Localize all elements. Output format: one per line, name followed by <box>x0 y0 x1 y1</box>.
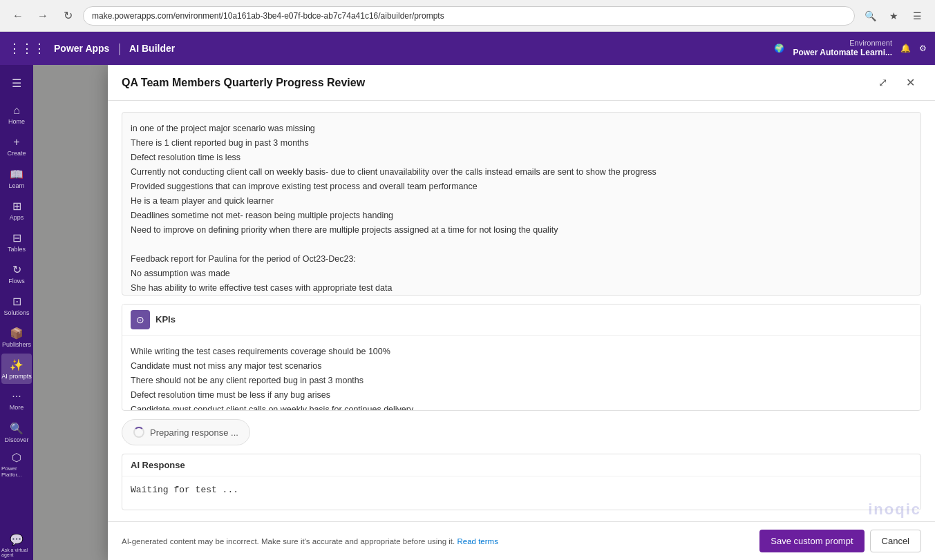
sidebar: ☰ ⌂ Home + Create 📖 Learn ⊞ Apps ⊟ Table… <box>0 65 33 560</box>
sidebar-item-label: Learn <box>8 182 24 189</box>
discover-icon: 🔍 <box>10 422 23 435</box>
modal-dialog: QA Team Members Quarterly Progress Revie… <box>108 65 935 560</box>
search-browser-button[interactable]: 🔍 <box>860 6 880 26</box>
ai-response-content: Waiting for test ... <box>122 476 920 510</box>
expand-button[interactable]: ⤢ <box>871 72 894 94</box>
kpis-label: KPIs <box>155 314 176 325</box>
settings-icon[interactable]: ⚙ <box>919 44 927 53</box>
sidebar-item-label: Home <box>8 118 25 125</box>
feedback-line: No assumption was made <box>131 267 912 280</box>
header-separator: | <box>117 41 121 56</box>
sidebar-item-label: Create <box>7 150 26 157</box>
feedback-line: in one of the project major scenario was… <box>131 122 912 135</box>
preparing-text: Preparing response ... <box>150 427 238 438</box>
kpis-line: While writing the test cases requirement… <box>131 345 912 358</box>
menu-icon: ☰ <box>12 77 21 90</box>
feedback-line: Currently not conducting client call on … <box>131 165 912 179</box>
refresh-button[interactable]: ↻ <box>58 6 77 26</box>
env-name: Power Automate Learni... <box>793 48 892 59</box>
ai-response-section: AI Response Waiting for test ... <box>122 454 921 510</box>
sidebar-item-label: Tables <box>8 246 26 253</box>
modal-header: QA Team Members Quarterly Progress Revie… <box>108 65 935 101</box>
publishers-icon: 📦 <box>10 327 23 340</box>
save-custom-prompt-button[interactable]: Save custom prompt <box>759 530 864 552</box>
product-name: AI Builder <box>129 43 175 54</box>
sidebar-item-more[interactable]: ··· More <box>1 385 32 416</box>
disclaimer-text: AI-generated content may be incorrect. M… <box>122 537 455 545</box>
sidebar-item-label: AI prompts <box>1 373 32 380</box>
sidebar-item-ai-prompts[interactable]: ✨ AI prompts <box>1 354 32 384</box>
back-button[interactable]: ← <box>8 6 28 26</box>
footer-disclaimer: AI-generated content may be incorrect. M… <box>122 537 759 545</box>
ai-prompts-icon: ✨ <box>10 358 23 371</box>
feedback-line: Need to improve on defining priority whe… <box>131 223 912 237</box>
sidebar-item-power-platform[interactable]: ⬡ Power Platfor... <box>1 449 32 479</box>
feedback-section: in one of the project major scenario was… <box>122 112 921 296</box>
solutions-icon: ⊡ <box>12 295 21 308</box>
more-icon: ··· <box>12 390 21 403</box>
sidebar-item-create[interactable]: + Create <box>1 131 32 162</box>
power-platform-icon: ⬡ <box>12 451 21 464</box>
apps-grid-icon[interactable]: ⋮⋮⋮ <box>8 41 46 56</box>
sidebar-item-tables[interactable]: ⊟ Tables <box>1 226 32 257</box>
sidebar-item-home[interactable]: ⌂ Home <box>1 99 32 130</box>
sidebar-item-virtual-agent[interactable]: 💬 Ask a virtual agent <box>1 530 32 560</box>
feedback-line: He is a team player and quick learner <box>131 194 912 208</box>
bookmark-button[interactable]: ★ <box>884 6 903 26</box>
sidebar-item-solutions[interactable]: ⊡ Solutions <box>1 290 32 320</box>
env-label: Environment <box>793 38 892 48</box>
content-area: QA Team Members Quarterly Progress Revie… <box>33 65 935 560</box>
sidebar-item-label: Power Platfor... <box>1 465 32 478</box>
close-button[interactable]: ✕ <box>899 72 921 94</box>
sidebar-item-learn[interactable]: 📖 Learn <box>1 163 32 193</box>
browser-bar: ← → ↻ make.powerapps.com/environment/10a… <box>0 0 935 32</box>
sidebar-item-apps[interactable]: ⊞ Apps <box>1 195 32 225</box>
sidebar-item-label: More <box>10 404 24 411</box>
sidebar-item-publishers[interactable]: 📦 Publishers <box>1 322 32 352</box>
bell-icon[interactable]: 🔔 <box>900 44 911 53</box>
browser-menu-button[interactable]: ☰ <box>907 6 927 26</box>
kpis-line: Defect resolution time must be less if a… <box>131 388 912 402</box>
apps-icon: ⊞ <box>12 200 21 213</box>
cancel-button[interactable]: Cancel <box>870 530 921 552</box>
main-layout: ☰ ⌂ Home + Create 📖 Learn ⊞ Apps ⊟ Table… <box>0 65 935 560</box>
feedback-content[interactable]: in one of the project major scenario was… <box>122 113 920 296</box>
kpis-line: There should not be any client reported … <box>131 374 912 387</box>
read-terms-link[interactable]: Read terms <box>457 537 498 545</box>
sidebar-item-label: Apps <box>10 214 24 221</box>
modal-header-actions: ⤢ ✕ <box>871 72 921 94</box>
kpis-content[interactable]: While writing the test cases requirement… <box>122 336 920 411</box>
sidebar-item-flows[interactable]: ↻ Flows <box>1 258 32 289</box>
feedback-line: Deadlines sometime not met- reason being… <box>131 209 912 222</box>
sidebar-item-label: Solutions <box>3 309 29 316</box>
globe-icon: 🌍 <box>774 44 784 53</box>
flows-icon: ↻ <box>12 263 21 276</box>
header-right: 🌍 Environment Power Automate Learni... 🔔… <box>774 38 927 59</box>
kpis-header: ⊙ KPIs <box>122 305 920 336</box>
footer-actions: Save custom prompt Cancel <box>759 530 921 552</box>
sidebar-item-label: Ask a virtual agent <box>1 548 32 557</box>
modal-body[interactable]: in one of the project major scenario was… <box>108 101 935 521</box>
forward-button[interactable]: → <box>33 6 53 26</box>
feedback-line: Defect resolution time is less <box>131 151 912 164</box>
sidebar-item-label: Discover <box>4 436 28 443</box>
create-icon: + <box>13 136 19 148</box>
sidebar-item-menu[interactable]: ☰ <box>1 68 32 98</box>
sidebar-bottom: 💬 Ask a virtual agent <box>1 530 32 560</box>
feedback-line: Feedback report for Paulina for the peri… <box>131 252 912 266</box>
feedback-line: There is 1 client reported bug in past 3… <box>131 136 912 150</box>
kpis-line: Candidate must not miss any major test s… <box>131 359 912 373</box>
sidebar-item-discover[interactable]: 🔍 Discover <box>1 417 32 447</box>
url-text: make.powerapps.com/environment/10a161ab-… <box>92 11 444 21</box>
preparing-response: Preparing response ... <box>122 419 250 445</box>
address-bar[interactable]: make.powerapps.com/environment/10a161ab-… <box>83 6 855 26</box>
kpis-line: Candidate must conduct client calls on w… <box>131 403 912 411</box>
home-icon: ⌂ <box>13 104 20 117</box>
virtual-agent-icon: 💬 <box>10 533 23 546</box>
learn-icon: 📖 <box>10 168 23 181</box>
kpis-section: ⊙ KPIs While writing the test cases requ… <box>122 304 921 411</box>
modal-title: QA Team Members Quarterly Progress Revie… <box>122 77 871 89</box>
sidebar-item-label: Publishers <box>2 341 31 348</box>
tables-icon: ⊟ <box>12 231 21 244</box>
spinner <box>133 427 144 438</box>
